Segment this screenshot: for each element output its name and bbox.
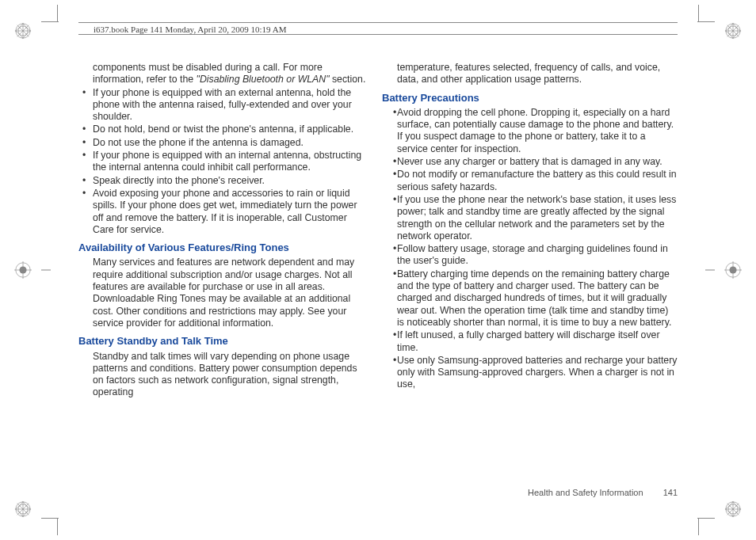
footer-section-title: Health and Safety Information (528, 488, 643, 497)
crop-mark-icon (57, 5, 58, 22)
list-item: If your phone is equipped with an extern… (78, 87, 367, 124)
list-item: If left unused, a fully charged battery … (389, 329, 678, 354)
column-left: components must be disabled during a cal… (78, 62, 367, 475)
crop-mark-icon (57, 518, 58, 535)
list-item: Do not hold, bend or twist the phone's a… (78, 124, 367, 135)
crop-mark-icon (698, 518, 699, 535)
column-right: temperature, features selected, frequenc… (389, 62, 678, 475)
page-number: 141 (663, 488, 678, 497)
list-item: Follow battery usage, storage and chargi… (389, 243, 678, 268)
list-item: Battery charging time depends on the rem… (389, 268, 678, 329)
page-footer: Health and Safety Information 141 (528, 488, 678, 497)
crop-mark-icon (41, 21, 59, 22)
crop-mark-icon (41, 270, 51, 271)
body-paragraph: components must be disabled during a cal… (78, 62, 367, 86)
registration-mark-icon (724, 261, 742, 279)
section-heading: Battery Precautions (382, 92, 678, 104)
crop-mark-icon (697, 518, 715, 519)
list-item: Do not use the phone if the antenna is d… (78, 137, 367, 149)
body-text-italic: "Disabling Bluetooth or WLAN" (197, 74, 330, 85)
registration-mark-icon (724, 22, 742, 40)
running-header: i637.book Page 141 Monday, April 20, 200… (78, 22, 678, 35)
section-heading: Battery Standby and Talk Time (78, 335, 367, 347)
body-paragraph: temperature, features selected, frequenc… (389, 62, 678, 86)
list-item: If your phone is equipped with an intern… (78, 150, 367, 174)
page-body: components must be disabled during a cal… (78, 62, 678, 475)
body-paragraph: Standby and talk times will vary dependi… (78, 351, 367, 399)
section-heading: Availability of Various Features/Ring To… (78, 241, 367, 253)
registration-mark-icon (14, 261, 32, 279)
list-item: Avoid exposing your phone and accessorie… (78, 188, 367, 236)
crop-mark-icon (705, 270, 715, 271)
crop-mark-icon (698, 5, 699, 22)
list-item: Use only Samsung-approved batteries and … (389, 355, 678, 391)
crop-mark-icon (41, 518, 59, 519)
registration-mark-icon (14, 500, 32, 518)
list-item: Speak directly into the phone's receiver… (78, 175, 367, 187)
list-item: Do not modify or remanufacture the batte… (389, 169, 678, 193)
body-text: section. (330, 74, 366, 85)
list-item: If you use the phone near the network's … (389, 194, 678, 242)
registration-mark-icon (724, 500, 742, 518)
crop-mark-icon (697, 21, 715, 22)
registration-mark-icon (14, 22, 32, 40)
list-item: Avoid dropping the cell phone. Dropping … (389, 107, 678, 155)
body-paragraph: Many services and features are network d… (78, 257, 367, 329)
list-item: Never use any charger or battery that is… (389, 156, 678, 168)
